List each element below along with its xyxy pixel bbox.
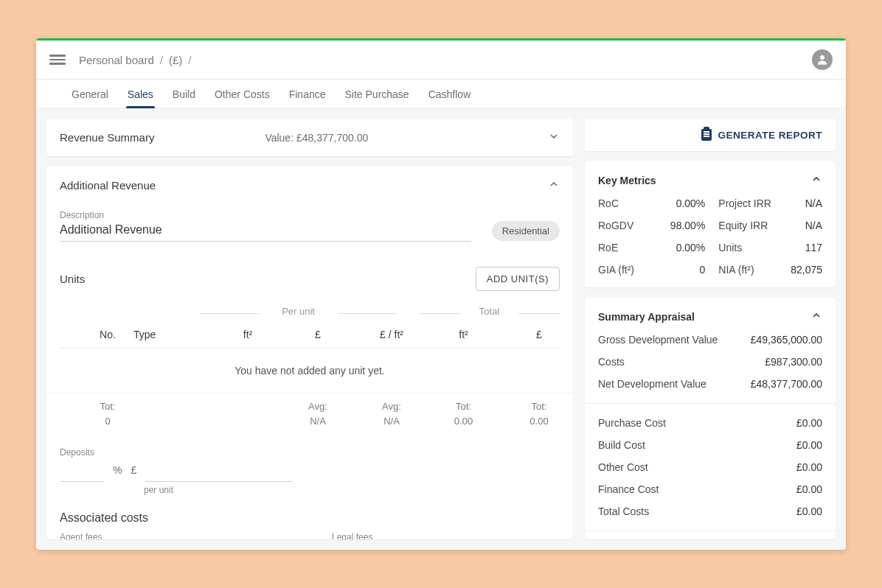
column-group-total: Total <box>419 306 560 321</box>
description-label: Description <box>60 210 560 220</box>
divider <box>585 531 836 531</box>
clipboard-icon <box>701 129 712 141</box>
key-metrics-title: Key Metrics <box>598 175 656 186</box>
associated-costs-section: Associated costs Agent fees % £ <box>60 511 560 539</box>
breadcrumb-separator: / <box>160 54 163 66</box>
col-gbp-per: £ <box>281 329 355 340</box>
app-window: Personal board / (£) / General Sales Bui… <box>36 38 846 550</box>
tab-general[interactable]: General <box>70 80 110 108</box>
add-units-button[interactable]: ADD UNIT(S) <box>476 267 560 291</box>
breadcrumb: Personal board / (£) / <box>79 54 191 66</box>
deposits-section: Deposits % £ per unit <box>60 447 560 495</box>
units-table-header: No. Type ft² £ £ / ft² ft² £ <box>60 321 560 349</box>
col-gbp-per-ft2: £ / ft² <box>355 329 428 340</box>
percent-symbol: % <box>113 464 122 476</box>
agent-fees-label: Agent fees <box>60 532 288 539</box>
col-no: No. <box>82 329 133 340</box>
deposits-percent-input[interactable] <box>60 461 104 482</box>
associated-costs-title: Associated costs <box>60 511 560 525</box>
generate-report-card: GENERATE REPORT <box>585 119 836 151</box>
col-gbp-tot: £ <box>499 329 573 340</box>
breadcrumb-separator: / <box>188 54 191 66</box>
appraisal-row: Build Cost£0.00 <box>598 439 822 451</box>
tab-cashflow[interactable]: Cashflow <box>427 80 473 108</box>
units-totals-row: Tot:0 Avg:N/A Avg:N/A Tot:0.00 Tot:0.00 <box>60 393 560 434</box>
metric-label: RoC <box>598 197 657 209</box>
topbar: Personal board / (£) / <box>36 41 846 80</box>
col-type: Type <box>133 329 215 340</box>
right-column: GENERATE REPORT Key Metrics RoC0.00% Pro… <box>585 119 836 539</box>
metric-label: RoGDV <box>598 220 657 231</box>
chevron-up-icon[interactable] <box>810 173 822 187</box>
metric-value: 82,075 <box>791 264 822 276</box>
generate-report-button[interactable]: GENERATE REPORT <box>598 129 822 141</box>
metric-value: 98.00% <box>670 220 705 231</box>
units-title: Units <box>60 273 85 285</box>
metric-value: 0.00% <box>670 242 705 253</box>
metric-value: 0 <box>670 264 705 276</box>
left-column: Revenue Summary Value: £48,377,700.00 Ad… <box>46 119 573 539</box>
metric-label: GIA (ft²) <box>598 264 657 276</box>
summary-appraisal-title: Summary Appraisal <box>598 311 695 323</box>
deposits-label: Deposits <box>60 447 560 458</box>
divider <box>585 403 836 404</box>
metric-label: Equity IRR <box>718 220 777 231</box>
metric-label: RoE <box>598 242 657 253</box>
pound-symbol: £ <box>131 464 136 476</box>
main-content: Revenue Summary Value: £48,377,700.00 Ad… <box>36 108 846 550</box>
additional-revenue-card: Additional Revenue Description Residenti… <box>46 167 573 539</box>
chevron-down-icon[interactable] <box>548 130 560 144</box>
tab-sales[interactable]: Sales <box>126 80 155 108</box>
revenue-summary-title: Revenue Summary <box>60 131 154 144</box>
units-empty-message: You have not added any unit yet. <box>46 349 573 393</box>
svg-point-0 <box>820 55 824 60</box>
additional-revenue-title: Additional Revenue <box>60 179 156 192</box>
appraisal-row: Other Cost£0.00 <box>598 461 822 473</box>
col-ft2-per: ft² <box>215 329 281 340</box>
units-table: Per unit Total No. Type ft² £ £ / ft² ft… <box>60 306 560 434</box>
metric-value: 117 <box>791 242 822 253</box>
breadcrumb-item[interactable]: (£) <box>169 54 182 66</box>
appraisal-row: Purchase Cost£0.00 <box>598 417 822 429</box>
revenue-summary-value: Value: £48,377,700.00 <box>265 132 368 144</box>
key-metrics-card: Key Metrics RoC0.00% Project IRRN/A RoGD… <box>585 161 836 287</box>
appraisal-row: Costs£987,300.00 <box>598 356 822 368</box>
deposits-amount-input[interactable] <box>145 461 293 482</box>
residential-chip[interactable]: Residential <box>492 221 560 241</box>
column-group-per-unit: Per unit <box>200 306 397 321</box>
metric-label: Project IRR <box>718 197 777 209</box>
chevron-up-icon[interactable] <box>548 178 560 192</box>
appraisal-row: Gross Development Value£49,365,000.00 <box>598 334 822 346</box>
user-avatar-icon[interactable] <box>812 49 833 70</box>
metric-value: N/A <box>791 197 822 209</box>
tab-finance[interactable]: Finance <box>288 80 327 108</box>
description-input[interactable] <box>60 220 471 242</box>
legal-fees-label: Legal fees <box>332 532 560 539</box>
metric-value: N/A <box>791 220 822 231</box>
tab-site-purchase[interactable]: Site Purchase <box>344 80 411 108</box>
metric-label: Units <box>718 242 777 253</box>
chevron-up-icon[interactable] <box>810 309 822 323</box>
tab-build[interactable]: Build <box>171 80 197 108</box>
breadcrumb-item[interactable]: Personal board <box>79 54 154 66</box>
col-ft2-tot: ft² <box>428 329 499 340</box>
tab-other-costs[interactable]: Other Costs <box>213 80 271 108</box>
summary-appraisal-card: Summary Appraisal Gross Development Valu… <box>585 298 836 539</box>
appraisal-row: Net Development Value£48,377,700.00 <box>598 378 822 390</box>
key-metrics-grid: RoC0.00% Project IRRN/A RoGDV98.00% Equi… <box>598 197 822 276</box>
appraisal-row: Total Costs£0.00 <box>598 505 822 517</box>
menu-icon[interactable] <box>49 55 66 65</box>
tab-bar: General Sales Build Other Costs Finance … <box>36 80 846 108</box>
per-unit-label: per unit <box>144 485 560 495</box>
metric-value: 0.00% <box>670 197 705 209</box>
appraisal-row: Finance Cost£0.00 <box>598 483 822 495</box>
metric-label: NIA (ft²) <box>718 264 777 276</box>
revenue-summary-card[interactable]: Revenue Summary Value: £48,377,700.00 <box>46 119 573 156</box>
